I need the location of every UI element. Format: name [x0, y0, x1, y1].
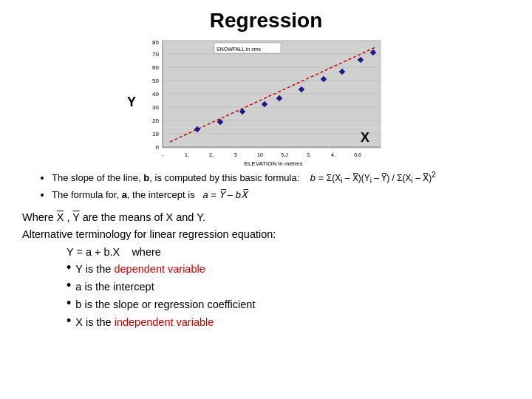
sub-bullet-x: • X is the independent variable: [66, 314, 510, 331]
svg-text:2,: 2,: [209, 152, 214, 157]
sub-bullet-x-text: X is the independent variable: [75, 314, 214, 331]
bullet-dot-x: •: [66, 314, 71, 327]
svg-text:5,J: 5,J: [281, 152, 287, 157]
where-line: Where X , Y are the means of X and Y.: [22, 209, 510, 226]
scatter-chart: 0 10 20 30 40 50 60 70 80 - 1, 2, 5 10 5…: [140, 37, 392, 166]
equation-line: Y = a + b.X where: [66, 244, 510, 261]
svg-text:10: 10: [257, 152, 263, 157]
svg-text:50: 50: [152, 78, 159, 84]
y-axis-label: Y: [127, 94, 136, 109]
sub-bullet-y: • Y is the dependent variable: [66, 261, 510, 278]
svg-text:3,: 3,: [307, 152, 311, 157]
svg-text:30: 30: [152, 104, 159, 111]
svg-text:5: 5: [234, 152, 237, 157]
bullet-dot-a: •: [66, 279, 71, 292]
formula-bullets: The slope of the line, b, is computed by…: [37, 169, 495, 203]
svg-text:SNOWFALL in cms: SNOWFALL in cms: [216, 47, 262, 52]
x-bar: X: [57, 211, 64, 223]
bullet-intercept: The formula for, a, the intercept is a =…: [52, 188, 495, 203]
svg-text:6,6: 6,6: [354, 152, 361, 157]
where-block: Where X , Y are the means of X and Y. Al…: [22, 209, 510, 331]
chart-container: Y 0 10 20 30 40 50 60 70 80: [140, 37, 392, 166]
x-axis-label: X: [361, 130, 369, 146]
independent-variable-text: independent variable: [115, 316, 214, 328]
svg-rect-0: [163, 41, 381, 148]
bullet-dot-b: •: [66, 296, 71, 310]
svg-text:20: 20: [152, 117, 159, 124]
svg-text:60: 60: [152, 64, 159, 71]
sub-bullet-b-text: b is the slope or regression coefficient: [75, 296, 255, 313]
svg-text:80: 80: [152, 39, 159, 46]
page-title: Regression: [0, 0, 532, 33]
alternative-line: Alternative terminology for linear regre…: [22, 226, 510, 243]
sub-bullet-b: • b is the slope or regression coefficie…: [66, 296, 510, 313]
svg-text:1,: 1,: [185, 152, 189, 157]
bullet-dot-y: •: [66, 261, 71, 274]
svg-text:0: 0: [156, 144, 160, 151]
sub-bullet-a-text: a is the intercept: [75, 279, 154, 296]
svg-text:10: 10: [152, 131, 159, 137]
svg-text:70: 70: [152, 51, 159, 58]
svg-text:40: 40: [152, 91, 159, 98]
bullet-slope: The slope of the line, b, is computed by…: [52, 169, 495, 187]
svg-text:-: -: [162, 152, 164, 157]
sub-bullet-y-text: Y is the dependent variable: [75, 261, 205, 278]
dependent-variable-text: dependent variable: [114, 263, 205, 275]
svg-text:ELEVATION in metres: ELEVATION in metres: [245, 160, 303, 166]
y-bar: Y: [72, 211, 79, 223]
sub-bullet-a: • a is the intercept: [66, 279, 510, 296]
svg-text:4,: 4,: [331, 152, 335, 157]
equation-block: Y = a + b.X where • Y is the dependent v…: [66, 244, 510, 332]
